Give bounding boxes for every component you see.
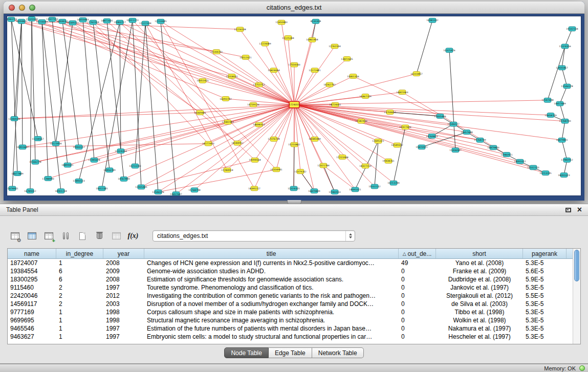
column-header-title[interactable]: title	[144, 249, 399, 258]
network-node[interactable]: 15566778	[29, 160, 41, 164]
network-node[interactable]: 18091022	[514, 159, 526, 164]
network-node[interactable]: 13872605	[341, 56, 353, 61]
column-header-year[interactable]: year	[103, 249, 144, 258]
network-node[interactable]: 13546578	[561, 84, 573, 89]
column-header-short[interactable]: short	[436, 249, 523, 258]
network-node[interactable]: 12695321	[372, 139, 384, 143]
table-row[interactable]: 1830029562008Estimation of significance …	[8, 275, 580, 283]
network-node[interactable]: 11122334	[139, 21, 151, 26]
network-node[interactable]: 10334991	[270, 167, 282, 172]
show-columns-button[interactable]	[25, 229, 38, 243]
network-node[interactable]: 10861404	[306, 37, 318, 42]
tab-node-table[interactable]: Node Table	[224, 347, 269, 358]
network-node[interactable]: 10467209	[359, 94, 371, 99]
network-node[interactable]: 17215908	[336, 155, 348, 160]
network-node[interactable]: 18872605	[101, 18, 113, 23]
network-graph[interactable]: 1724055187240011626279212172481175543001…	[7, 16, 581, 195]
network-node[interactable]: 10213245	[539, 171, 551, 176]
network-node[interactable]: 8130304	[311, 19, 321, 24]
network-node[interactable]: 18091023	[558, 173, 570, 178]
network-node[interactable]: 19012345	[96, 186, 107, 191]
network-node[interactable]: 19900112	[73, 145, 84, 149]
close-panel-icon[interactable]: ×	[577, 206, 582, 213]
tab-edge-table[interactable]: Edge Table	[269, 347, 312, 358]
network-node[interactable]: 16103857	[410, 72, 422, 76]
network-node[interactable]: 15768798	[188, 188, 200, 192]
table-row[interactable]: 946554611997Estimation of the future num…	[8, 324, 580, 333]
network-node[interactable]: 11324354	[115, 149, 126, 154]
scrollbar-thumb[interactable]	[574, 250, 579, 281]
network-node[interactable]: 19983717	[114, 20, 125, 25]
network-node[interactable]: 12224089	[259, 41, 271, 46]
network-node[interactable]: 19102133	[527, 165, 539, 170]
network-node[interactable]: 17788990	[42, 176, 54, 181]
close-button[interactable]	[9, 5, 15, 11]
table-row[interactable]: 911546021997Tourette syndrome. Phenomeno…	[8, 283, 580, 292]
table-row[interactable]: 1938455462009Genome-wide association stu…	[8, 267, 580, 275]
network-node[interactable]: 10213243	[129, 164, 141, 168]
network-node[interactable]: 18901234	[55, 189, 67, 193]
network-node[interactable]: 17980912	[561, 158, 573, 162]
new-column-button[interactable]	[76, 229, 89, 243]
table-select[interactable]: citations_edges.txt	[153, 230, 355, 242]
network-node[interactable]: 11324356	[559, 44, 571, 49]
delete-column-button[interactable]	[93, 229, 106, 243]
network-node[interactable]: 19102134	[566, 27, 578, 31]
table-row[interactable]: 1872400712008Changes of HCN gene express…	[8, 259, 580, 267]
tab-network-table[interactable]: Network Table	[312, 347, 364, 358]
column-header-name[interactable]: name	[8, 249, 56, 258]
network-node[interactable]: 12435465	[135, 185, 147, 189]
table-disabled-button[interactable]	[110, 229, 123, 243]
network-node[interactable]: 12233445	[155, 19, 166, 24]
network-node[interactable]: 15210802	[288, 142, 300, 147]
table-row[interactable]: 977716911998Corpus callosum shape and si…	[8, 308, 580, 316]
table-row[interactable]: 1456911722003Disruption of a novel membe…	[8, 300, 580, 308]
network-node[interactable]: 12021784	[317, 163, 329, 168]
network-node[interactable]: 17980910	[329, 190, 340, 194]
network-node[interactable]: 12345678	[88, 158, 100, 162]
network-node[interactable]: 16650483	[77, 17, 89, 22]
network-node[interactable]: 11324355	[288, 186, 299, 191]
table-scrollbar[interactable]	[573, 249, 580, 344]
network-node[interactable]: 10325476	[443, 48, 455, 53]
column-header-in-degree[interactable]: in_degree	[56, 249, 103, 258]
network-node[interactable]: 17284914	[221, 168, 233, 172]
rows-button[interactable]	[59, 229, 72, 243]
column-header-pagerank[interactable]: pagerank	[523, 249, 567, 258]
network-node[interactable]: 11234567	[32, 136, 43, 141]
table-mode-button[interactable]: ⚙	[8, 229, 21, 243]
network-node[interactable]: 19438261	[382, 159, 394, 163]
function-builder-button[interactable]: f(x)	[126, 229, 140, 243]
network-node[interactable]: 17980911	[500, 152, 512, 157]
table-row[interactable]: 969969511998Structural magnetic resonanc…	[8, 316, 580, 324]
minimize-button[interactable]	[19, 5, 25, 11]
zoom-button[interactable]	[29, 5, 35, 11]
network-node[interactable]: 12172481	[309, 68, 320, 73]
network-node[interactable]: 19401356	[347, 74, 359, 79]
network-node-hub[interactable]: 1724055	[289, 101, 300, 108]
network-node[interactable]: 17890123	[73, 179, 84, 183]
float-panel-icon[interactable]	[565, 208, 571, 212]
network-node[interactable]: 16879801	[556, 138, 568, 142]
network-node[interactable]: 18091021	[349, 187, 361, 192]
network-node[interactable]: 14512021	[239, 55, 251, 60]
import-table-button[interactable]: +	[42, 229, 55, 243]
network-node[interactable]: 12435466	[434, 114, 446, 119]
table-row[interactable]: 946362711997Embryonic stem cells: a mode…	[8, 333, 580, 341]
network-node[interactable]: 19983716	[7, 17, 17, 21]
network-node[interactable]: 16879809	[308, 189, 320, 193]
network-node[interactable]: 10213244	[387, 181, 399, 185]
network-node[interactable]: 18327159	[359, 164, 371, 168]
network-node[interactable]: 14567890	[118, 177, 129, 181]
network-node[interactable]: 16789012	[24, 189, 36, 193]
network-node[interactable]: 18899001	[61, 163, 73, 167]
network-node[interactable]: 19094568	[249, 158, 260, 162]
table-row[interactable]: 2242004622012Investigating the contribut…	[8, 292, 580, 300]
network-node[interactable]: 17554300	[288, 62, 300, 67]
network-node[interactable]: 12761594	[329, 44, 340, 49]
network-node[interactable]: 15318031	[226, 74, 237, 79]
network-node[interactable]: 15768799	[474, 138, 486, 142]
network-node[interactable]: 18184952	[231, 141, 243, 145]
network-node[interactable]: 11079262	[294, 169, 306, 174]
network-node[interactable]: 10011223	[126, 18, 138, 23]
